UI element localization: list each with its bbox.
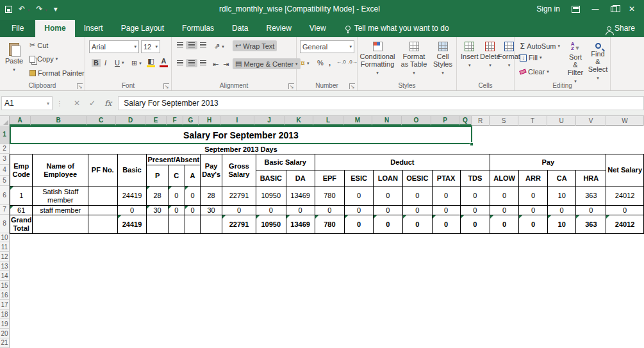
column-header[interactable]: V [576, 116, 606, 126]
header-cell[interactable]: Deduct [315, 154, 490, 170]
header-cell[interactable]: Present/Absent [147, 154, 201, 165]
header-cell[interactable]: Emp Code [10, 154, 33, 186]
header-cell[interactable]: BASIC [256, 170, 286, 186]
header-cell[interactable]: ARR [519, 170, 548, 186]
cell[interactable]: 0 [402, 206, 432, 215]
column-header[interactable]: S [490, 116, 518, 126]
cell[interactable]: 0 [547, 206, 576, 215]
formula-bar-input[interactable]: Salary For September 2013 [118, 96, 644, 110]
cell[interactable]: 24419 [117, 186, 147, 206]
cell[interactable] [185, 215, 200, 234]
row-header[interactable]: 21 [0, 338, 9, 348]
column-header[interactable]: N [372, 116, 402, 126]
cell[interactable]: 24012 [606, 215, 644, 234]
fill-color-button[interactable]: ◧ [144, 56, 158, 69]
format-as-table-button[interactable]: Format as Table▾ [397, 40, 431, 79]
column-header[interactable]: G [183, 116, 199, 126]
cell[interactable]: 0 [490, 215, 519, 234]
selected-cell-a1[interactable]: Salary For September 2013 [10, 126, 472, 144]
cell[interactable]: Satish Staff member [33, 186, 88, 206]
cell[interactable]: 0 [222, 206, 256, 215]
font-dialog-launcher-icon[interactable]: ↘ [163, 83, 169, 89]
number-dialog-launcher-icon[interactable]: ↘ [349, 83, 355, 89]
column-header[interactable]: I [220, 116, 254, 126]
row-header[interactable]: 5 [0, 176, 9, 186]
copy-button[interactable]: Copy ▾ [27, 54, 60, 64]
redo-icon[interactable]: ↷ ▾ [36, 4, 47, 13]
row-header[interactable]: 6 [0, 186, 9, 205]
select-all-corner[interactable] [0, 116, 10, 126]
cell[interactable]: 0 [374, 215, 403, 234]
clipboard-dialog-launcher-icon[interactable]: ↘ [77, 83, 83, 89]
cell[interactable]: 0 [490, 186, 519, 206]
align-bottom-button[interactable] [197, 41, 209, 49]
comma-style-button[interactable]: , [326, 58, 333, 68]
cell[interactable]: 28 [147, 186, 168, 206]
cell[interactable]: 0 [519, 206, 548, 215]
column-header[interactable]: U [547, 116, 576, 126]
column-header[interactable]: K [285, 116, 313, 126]
column-header[interactable]: O [402, 116, 431, 126]
percent-style-button[interactable]: % [315, 58, 326, 68]
header-cell[interactable]: DA [286, 170, 315, 186]
cell[interactable]: 22791 [222, 186, 256, 206]
align-right-button[interactable] [197, 59, 209, 67]
share-button[interactable]: Share [598, 24, 644, 37]
cell[interactable]: 0 [460, 206, 490, 215]
header-cell[interactable]: EPF [315, 170, 345, 186]
header-cell[interactable]: ESIC [345, 170, 374, 186]
increase-indent-button[interactable]: ⇥ [220, 59, 231, 70]
cell[interactable] [168, 215, 185, 234]
italic-button[interactable]: I [102, 58, 109, 68]
column-header[interactable]: J [254, 116, 285, 126]
alignment-dialog-launcher-icon[interactable]: ↘ [288, 83, 294, 89]
minimize-icon[interactable]: — [591, 4, 599, 13]
row-header[interactable]: 3 [0, 154, 9, 165]
header-cell[interactable]: HRA [576, 170, 606, 186]
decrease-indent-button[interactable]: ⇤ [210, 59, 221, 70]
row-header[interactable]: 14 [0, 271, 9, 281]
close-icon[interactable]: ✕ [629, 4, 635, 13]
cell-styles-button[interactable]: Cell Styles▾ [431, 40, 455, 79]
cell[interactable]: 28 [201, 186, 222, 206]
cell[interactable]: 22791 [222, 215, 256, 234]
tell-me-box[interactable]: Tell me what you want to do [345, 24, 449, 37]
tab-file[interactable]: File [0, 20, 35, 37]
cell[interactable]: 0 [185, 206, 200, 215]
cell[interactable]: 0 [374, 206, 403, 215]
tab-insert[interactable]: Insert [75, 20, 112, 37]
column-header[interactable]: R [472, 116, 490, 126]
cell[interactable]: 0 [345, 206, 374, 215]
column-header[interactable]: D [116, 116, 145, 126]
column-header[interactable]: C [87, 116, 116, 126]
row-header[interactable]: 2 [0, 144, 9, 154]
cell[interactable]: 24419 [117, 215, 147, 234]
row-header[interactable]: 7 [0, 205, 9, 215]
cell[interactable]: 0 [402, 186, 432, 206]
cell[interactable]: 30 [147, 206, 168, 215]
qat-customize-icon[interactable]: ▾ [54, 4, 58, 13]
column-header[interactable]: M [343, 116, 372, 126]
column-header[interactable]: P [431, 116, 459, 126]
cell[interactable]: 0 [315, 206, 345, 215]
cell[interactable]: 0 [345, 186, 374, 206]
accounting-format-button[interactable]: ¤▾ [298, 58, 312, 69]
header-cell[interactable]: Pay [490, 154, 606, 170]
paste-dropdown-icon[interactable]: ▾ [13, 66, 15, 74]
name-box-dropdown-icon[interactable]: ▾ [47, 101, 49, 106]
column-header[interactable]: L [313, 116, 343, 126]
merge-center-button[interactable]: ▤Merge & Center▾ [233, 58, 301, 69]
clear-button[interactable]: Clear▾ [517, 67, 552, 77]
cell[interactable]: 13469 [286, 186, 315, 206]
header-cell[interactable]: Gross Salary [222, 154, 256, 186]
cell[interactable] [88, 186, 117, 206]
cell[interactable]: 363 [576, 186, 606, 206]
cell[interactable]: 24012 [606, 186, 644, 206]
cell[interactable]: 10950 [256, 215, 286, 234]
cell[interactable]: 0 [432, 186, 460, 206]
cell[interactable]: 0 [432, 206, 460, 215]
cancel-icon[interactable]: ✕ [74, 99, 80, 108]
tab-formulas[interactable]: Formulas [173, 20, 223, 37]
cell[interactable]: 30 [201, 206, 222, 215]
autosum-button[interactable]: ΣAutoSum▾ [517, 40, 563, 52]
